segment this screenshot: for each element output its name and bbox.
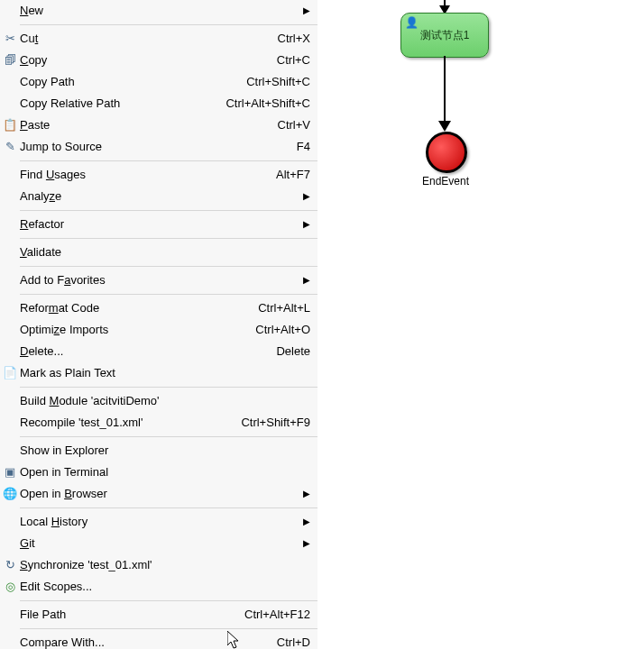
menu-copypath-shortcut: Ctrl+Shift+C xyxy=(234,71,310,93)
menu-favorites[interactable]: Add to Favorites ▶ xyxy=(0,270,317,291)
menu-compare-shortcut: Ctrl+D xyxy=(264,632,310,649)
submenu-arrow-icon: ▶ xyxy=(301,270,310,291)
separator xyxy=(20,238,317,239)
menu-browser[interactable]: Open in Browser ▶ xyxy=(0,483,317,505)
menu-copypath[interactable]: Copy Path Ctrl+Shift+C xyxy=(0,71,317,93)
separator xyxy=(20,628,317,629)
menu-jump-shortcut: F4 xyxy=(284,136,310,158)
menu-delete-label: Delete... xyxy=(20,341,263,362)
menu-terminal-label: Open in Terminal xyxy=(20,462,310,483)
menu-filepath-shortcut: Ctrl+Alt+F12 xyxy=(232,604,310,626)
menu-reformat-shortcut: Ctrl+Alt+L xyxy=(245,297,310,319)
menu-editscopes[interactable]: Edit Scopes... xyxy=(0,576,317,598)
menu-cut-label: Cut xyxy=(20,28,265,50)
menu-copy[interactable]: Copy Ctrl+C xyxy=(0,50,317,71)
menu-optimize-label: Optimize Imports xyxy=(20,319,243,341)
separator xyxy=(20,160,317,161)
submenu-arrow-icon: ▶ xyxy=(301,214,310,235)
submenu-arrow-icon: ▶ xyxy=(301,511,310,533)
menu-terminal[interactable]: Open in Terminal xyxy=(0,462,317,483)
menu-paste-label: Paste xyxy=(20,114,265,136)
connector-line xyxy=(444,56,446,123)
menu-validate[interactable]: Validate xyxy=(0,242,317,263)
menu-jump[interactable]: Jump to Source F4 xyxy=(0,136,317,158)
separator xyxy=(20,507,317,508)
menu-analyze[interactable]: Analyze ▶ xyxy=(0,186,317,207)
menu-showexplorer[interactable]: Show in Explorer xyxy=(0,440,317,462)
separator xyxy=(20,387,317,388)
menu-copypath-label: Copy Path xyxy=(20,71,234,93)
menu-new-label: New xyxy=(20,0,301,22)
scope-icon xyxy=(0,576,20,598)
paste-icon xyxy=(0,114,20,136)
submenu-arrow-icon: ▶ xyxy=(301,186,310,207)
end-event-label: EndEvent xyxy=(411,175,480,187)
context-menu: New ▶ Cut Ctrl+X Copy Ctrl+C Copy Path C… xyxy=(0,0,318,649)
menu-validate-label: Validate xyxy=(20,242,310,263)
separator xyxy=(20,24,317,25)
connector-arrow-icon xyxy=(438,121,451,132)
menu-editscopes-label: Edit Scopes... xyxy=(20,576,310,598)
menu-recompile-shortcut: Ctrl+Shift+F9 xyxy=(228,412,310,434)
menu-showexplorer-label: Show in Explorer xyxy=(20,440,310,462)
menu-synchronize-label: Synchronize 'test_01.xml' xyxy=(20,554,310,576)
menu-buildmodule[interactable]: Build Module 'acitvitiDemo' xyxy=(0,390,317,412)
menu-reformat[interactable]: Reformat Code Ctrl+Alt+L xyxy=(0,297,317,319)
menu-compare[interactable]: Compare With... Ctrl+D xyxy=(0,632,317,649)
menu-paste[interactable]: Paste Ctrl+V xyxy=(0,114,317,136)
menu-copy-shortcut: Ctrl+C xyxy=(264,50,310,71)
menu-findusages[interactable]: Find Usages Alt+F7 xyxy=(0,164,317,186)
menu-compare-label: Compare With... xyxy=(20,632,264,649)
menu-delete-shortcut: Delete xyxy=(263,341,310,362)
separator xyxy=(20,266,317,267)
end-event-node[interactable] xyxy=(426,132,467,173)
menu-findusages-shortcut: Alt+F7 xyxy=(263,164,310,186)
menu-delete[interactable]: Delete... Delete xyxy=(0,341,317,362)
menu-jump-label: Jump to Source xyxy=(20,136,284,158)
menu-recompile-label: Recompile 'test_01.xml' xyxy=(20,412,228,434)
menu-reformat-label: Reformat Code xyxy=(20,297,245,319)
menu-copyrelpath-label: Copy Relative Path xyxy=(20,93,213,114)
menu-paste-shortcut: Ctrl+V xyxy=(265,114,310,136)
menu-favorites-label: Add to Favorites xyxy=(20,270,301,291)
menu-refactor-label: Refactor xyxy=(20,214,301,235)
diagram-canvas[interactable]: 👤 测试节点1 EndEvent xyxy=(317,0,644,649)
globe-icon xyxy=(0,483,20,505)
menu-optimize-shortcut: Ctrl+Alt+O xyxy=(243,319,310,341)
separator xyxy=(20,210,317,211)
menu-copyrelpath-shortcut: Ctrl+Alt+Shift+C xyxy=(213,93,310,114)
menu-new[interactable]: New ▶ xyxy=(0,0,317,22)
menu-buildmodule-label: Build Module 'acitvitiDemo' xyxy=(20,390,310,412)
menu-copy-label: Copy xyxy=(20,50,264,71)
menu-analyze-label: Analyze xyxy=(20,186,301,207)
menu-localhistory[interactable]: Local History ▶ xyxy=(0,511,317,533)
terminal-icon xyxy=(0,462,20,483)
user-task-node-label: 测试节点1 xyxy=(420,28,470,43)
submenu-arrow-icon: ▶ xyxy=(301,533,310,554)
menu-git-label: Git xyxy=(20,533,301,554)
menu-localhistory-label: Local History xyxy=(20,511,301,533)
plaintext-icon xyxy=(0,362,20,384)
separator xyxy=(20,436,317,437)
menu-cut[interactable]: Cut Ctrl+X xyxy=(0,28,317,50)
user-icon: 👤 xyxy=(405,16,419,29)
menu-optimize[interactable]: Optimize Imports Ctrl+Alt+O xyxy=(0,319,317,341)
menu-browser-label: Open in Browser xyxy=(20,483,301,505)
menu-recompile[interactable]: Recompile 'test_01.xml' Ctrl+Shift+F9 xyxy=(0,412,317,434)
menu-refactor[interactable]: Refactor ▶ xyxy=(0,214,317,235)
menu-plaintext-label: Mark as Plain Text xyxy=(20,362,310,384)
copy-icon xyxy=(0,50,20,71)
menu-git[interactable]: Git ▶ xyxy=(0,533,317,554)
menu-plaintext[interactable]: Mark as Plain Text xyxy=(0,362,317,384)
user-task-node[interactable]: 👤 测试节点1 xyxy=(400,13,489,58)
jump-icon xyxy=(0,136,20,158)
separator xyxy=(20,294,317,295)
menu-synchronize[interactable]: Synchronize 'test_01.xml' xyxy=(0,554,317,576)
sync-icon xyxy=(0,554,20,576)
menu-findusages-label: Find Usages xyxy=(20,164,263,186)
cut-icon xyxy=(0,28,20,50)
menu-filepath-label: File Path xyxy=(20,604,232,626)
menu-filepath[interactable]: File Path Ctrl+Alt+F12 xyxy=(0,604,317,626)
menu-cut-shortcut: Ctrl+X xyxy=(265,28,310,50)
menu-copyrelpath[interactable]: Copy Relative Path Ctrl+Alt+Shift+C xyxy=(0,93,317,114)
